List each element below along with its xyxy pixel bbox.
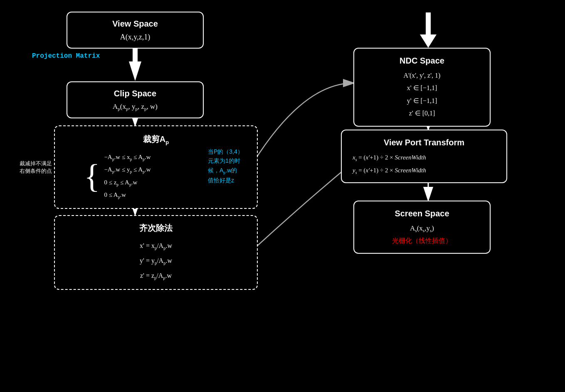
viewport-transform-box: View Port Transform xs = (x'+1) ÷ 2 × Sc…	[341, 130, 507, 183]
svg-marker-8	[420, 34, 437, 48]
diagram-container: View Space A(x,y,z,1) Projection Matrix …	[0, 0, 565, 392]
homogeneous-box: 齐次除法 x' = xp/Ap.w y' = yp/Ap.w z' = zp/A…	[54, 215, 258, 290]
svg-rect-7	[426, 12, 431, 35]
view-space-box: View Space A(x,y,z,1)	[67, 12, 204, 49]
clip-space-box: Clip Space Ap(xp, yp, zp, w)	[67, 81, 204, 118]
projection-matrix-label: Projection Matrix	[32, 52, 100, 60]
clip-annotation: 当P的（3,4）元素为1的时候，Ap.w的值恰好是z	[208, 147, 254, 185]
ndc-space-box: NDC Space A'(x', y', z', 1) x' ∈ [−1,1] …	[353, 48, 491, 127]
view-space-title: View Space	[74, 17, 196, 30]
clip-condition-box: 裁剪Ap { −Ap.w ≤ xp ≤ Ap.w −Ap.w ≤ yp ≤ Ap…	[54, 125, 258, 209]
screen-space-box: Screen Space As(xs,ys) 光栅化（线性插值）	[353, 201, 491, 254]
clip-space-title: Clip Space	[74, 87, 196, 100]
clip-left-label: 裁减掉不满足右侧条件的点	[6, 160, 52, 175]
clip-space-content: Ap(xp, yp, zp, w)	[74, 101, 196, 113]
view-space-content: A(x,y,z,1)	[74, 32, 196, 43]
arrow-view-to-clip	[129, 61, 141, 81]
